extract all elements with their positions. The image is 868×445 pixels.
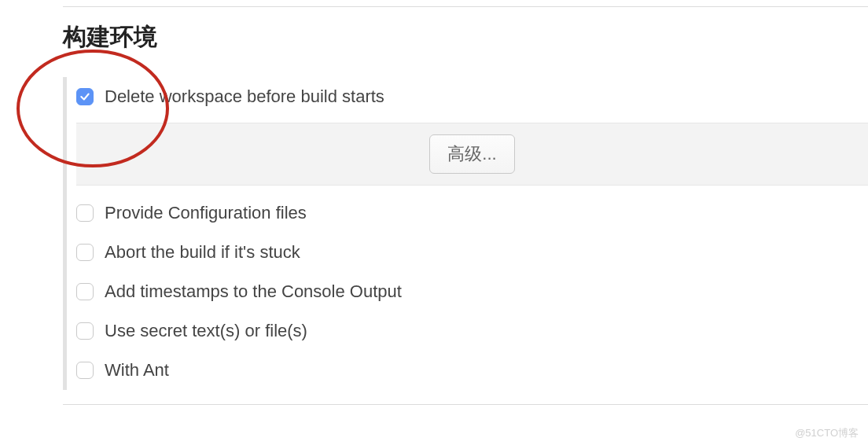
option-row-provide-config[interactable]: Provide Configuration files — [76, 193, 868, 233]
checkbox-delete-workspace[interactable] — [76, 88, 94, 105]
check-icon — [79, 91, 90, 102]
option-row-secret[interactable]: Use secret text(s) or file(s) — [76, 311, 868, 351]
bottom-divider — [63, 404, 868, 405]
option-row-with-ant[interactable]: With Ant — [76, 351, 868, 390]
checkbox-provide-config[interactable] — [76, 204, 94, 222]
option-label: Use secret text(s) or file(s) — [105, 321, 307, 341]
checkbox-with-ant[interactable] — [76, 362, 94, 379]
options-block: Delete workspace before build starts 高级.… — [63, 77, 868, 390]
advanced-button[interactable]: 高级... — [429, 134, 514, 174]
option-row-delete-workspace[interactable]: Delete workspace before build starts — [76, 77, 868, 116]
advanced-bar: 高级... — [76, 123, 868, 186]
option-row-timestamps[interactable]: Add timestamps to the Console Output — [76, 272, 868, 311]
watermark: @51CTO博客 — [795, 426, 859, 440]
section-title: 构建环境 — [63, 21, 868, 53]
option-label: With Ant — [105, 360, 169, 381]
option-label: Add timestamps to the Console Output — [105, 281, 402, 302]
top-divider — [63, 6, 868, 7]
option-row-abort-stuck[interactable]: Abort the build if it's stuck — [76, 233, 868, 272]
option-label: Abort the build if it's stuck — [105, 242, 300, 263]
checkbox-secret[interactable] — [76, 322, 94, 340]
option-label: Provide Configuration files — [105, 203, 307, 223]
option-label: Delete workspace before build starts — [105, 86, 384, 107]
checkbox-timestamps[interactable] — [76, 283, 94, 300]
checkbox-abort-stuck[interactable] — [76, 244, 94, 261]
